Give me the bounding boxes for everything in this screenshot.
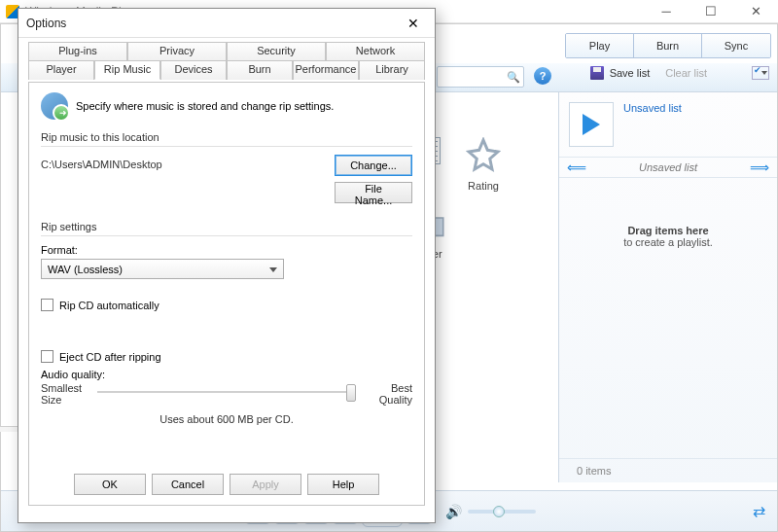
save-list-button[interactable]: Save list bbox=[610, 67, 651, 79]
tab-network[interactable]: Network bbox=[326, 42, 425, 61]
tab-burn[interactable]: Burn bbox=[634, 34, 702, 57]
tab-burn[interactable]: Burn bbox=[227, 60, 293, 80]
save-icon bbox=[590, 66, 604, 80]
best-label: Best Quality bbox=[362, 382, 412, 406]
divider bbox=[41, 146, 412, 147]
list-actions: Save list Clear list bbox=[590, 66, 769, 80]
rip-auto-row: Rip CD automatically bbox=[41, 299, 412, 311]
rip-cd-icon: ➜ bbox=[41, 92, 68, 120]
tab-sync[interactable]: Sync bbox=[702, 34, 770, 57]
usage-text: Uses about 600 MB per CD. bbox=[41, 413, 412, 425]
play-icon bbox=[583, 114, 600, 135]
tab-player[interactable]: Player bbox=[28, 60, 94, 80]
playlist-nav: ⟸ Unsaved list ⟹ bbox=[559, 157, 777, 178]
volume-thumb[interactable] bbox=[493, 506, 505, 517]
tab-plugins[interactable]: Plug-ins bbox=[28, 42, 127, 61]
clear-list-button[interactable]: Clear list bbox=[665, 67, 707, 79]
tab-library[interactable]: Library bbox=[359, 60, 425, 80]
mode-tabs: Play Burn Sync bbox=[565, 33, 771, 58]
search-icon[interactable]: 🔍 bbox=[503, 66, 524, 88]
next-playlist-icon[interactable]: ⟹ bbox=[750, 160, 769, 175]
format-select[interactable]: WAV (Lossless) bbox=[41, 259, 284, 279]
file-name-button[interactable]: File Name... bbox=[335, 182, 412, 203]
rating-label: Rating bbox=[468, 180, 499, 192]
apply-button[interactable]: Apply bbox=[230, 474, 301, 495]
search-group: 🔍 bbox=[437, 66, 524, 88]
quality-slider-row: Smallest Size Best Quality bbox=[41, 382, 412, 406]
close-button[interactable]: ✕ bbox=[733, 1, 778, 22]
star-icon bbox=[466, 137, 501, 174]
maximize-button[interactable]: ☐ bbox=[689, 1, 733, 22]
description-row: ➜ Specify where music is stored and chan… bbox=[41, 92, 412, 120]
playlist-thumbnail bbox=[569, 102, 614, 147]
smallest-label: Smallest Size bbox=[41, 382, 91, 406]
list-options-dropdown[interactable] bbox=[752, 66, 769, 80]
rip-auto-checkbox[interactable] bbox=[41, 299, 53, 311]
divider bbox=[41, 235, 412, 236]
format-label: Format: bbox=[41, 244, 412, 256]
playlist-header: Unsaved list bbox=[559, 92, 777, 157]
change-location-button[interactable]: Change... bbox=[335, 155, 412, 176]
switch-view-icon[interactable]: ⇄ bbox=[753, 502, 765, 520]
minimize-button[interactable]: ─ bbox=[644, 1, 689, 22]
playlist-dropzone[interactable]: Drag items here to create a playlist. bbox=[559, 178, 777, 295]
prev-playlist-icon[interactable]: ⟸ bbox=[567, 160, 586, 175]
dialog-buttons: OK Cancel Apply Help bbox=[29, 474, 424, 495]
description-text: Specify where music is stored and change… bbox=[76, 100, 334, 112]
quality-slider-thumb[interactable] bbox=[346, 384, 356, 402]
tab-rip-music[interactable]: Rip Music bbox=[94, 60, 160, 80]
help-button[interactable]: Help bbox=[307, 474, 379, 495]
location-buttons: Change... File Name... bbox=[335, 155, 412, 203]
audio-quality-label: Audio quality: bbox=[41, 369, 412, 380]
eject-row: Eject CD after ripping bbox=[41, 350, 412, 363]
eject-checkbox[interactable] bbox=[41, 350, 53, 363]
dialog-titlebar[interactable]: Options ✕ bbox=[18, 9, 435, 38]
location-group-label: Rip music to this location bbox=[41, 131, 412, 143]
slider-track-line bbox=[97, 391, 356, 393]
dialog-tabs: Plug-ins Privacy Security Network Player… bbox=[28, 42, 425, 83]
item-count: 0 items bbox=[577, 465, 611, 477]
dialog-title: Options bbox=[26, 17, 66, 30]
tab-content: ➜ Specify where music is stored and chan… bbox=[28, 82, 425, 506]
tab-performance[interactable]: Performance bbox=[293, 60, 359, 80]
volume-slider[interactable] bbox=[468, 510, 536, 514]
rip-location-path: C:\Users\ADMIN\Desktop bbox=[41, 155, 162, 170]
rip-auto-label: Rip CD automatically bbox=[59, 300, 159, 311]
window-controls: ─ ☐ ✕ bbox=[644, 1, 778, 22]
playlist-nav-title: Unsaved list bbox=[639, 161, 697, 173]
tab-privacy[interactable]: Privacy bbox=[127, 42, 227, 61]
dialog-body: Plug-ins Privacy Security Network Player… bbox=[18, 38, 435, 515]
tab-devices[interactable]: Devices bbox=[160, 60, 227, 80]
quality-slider[interactable] bbox=[97, 382, 356, 402]
ok-button[interactable]: OK bbox=[74, 474, 146, 495]
dialog-close-button[interactable]: ✕ bbox=[400, 13, 427, 34]
playlist-title-link[interactable]: Unsaved list bbox=[623, 102, 682, 114]
playlist-divider bbox=[559, 458, 777, 459]
playlist-pane: Unsaved list ⟸ Unsaved list ⟹ Drag items… bbox=[558, 92, 777, 482]
drag-here-text: Drag items here bbox=[627, 225, 708, 236]
tab-play[interactable]: Play bbox=[566, 34, 634, 57]
tab-security[interactable]: Security bbox=[227, 42, 326, 61]
eject-label: Eject CD after ripping bbox=[59, 351, 161, 363]
volume-icon[interactable]: 🔊 bbox=[445, 504, 462, 519]
drag-subtitle: to create a playlist. bbox=[623, 236, 713, 248]
rating-item[interactable]: Rating bbox=[466, 137, 501, 192]
options-dialog: Options ✕ Plug-ins Privacy Security Netw… bbox=[18, 8, 436, 523]
help-icon[interactable]: ? bbox=[534, 67, 551, 85]
settings-group-label: Rip settings bbox=[41, 221, 412, 232]
format-value: WAV (Lossless) bbox=[48, 264, 123, 275]
location-row: C:\Users\ADMIN\Desktop Change... File Na… bbox=[41, 155, 412, 203]
cancel-button[interactable]: Cancel bbox=[152, 474, 224, 495]
